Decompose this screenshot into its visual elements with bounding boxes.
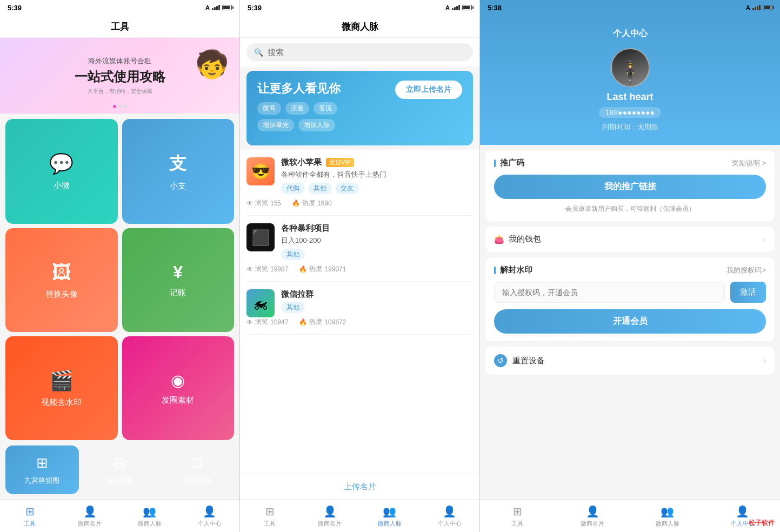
profile-avatar: 🕴	[611, 48, 650, 87]
banner-top-text: 海外流媒体账号合租	[75, 56, 165, 66]
status-bar-1: 5:39 A	[0, 0, 239, 15]
tool-video-watermark[interactable]: 🎬 视频去水印	[5, 336, 118, 440]
tool-bookkeeping[interactable]: ¥ 记账	[122, 228, 235, 332]
tool-xiaozhi[interactable]: 支 小支	[122, 119, 235, 224]
nav-personal-1[interactable]: 👤 个人中心	[179, 500, 239, 532]
auth-section: 解封水印 我的授权码> 激活 开通会员	[485, 257, 775, 341]
tool-xiaowei[interactable]: 💬 小微	[5, 119, 118, 224]
wallet-menu-item[interactable]: 👛 我的钱包 ›	[485, 227, 775, 252]
brand-watermark: 松子软件	[749, 518, 775, 528]
tool-daily-copy[interactable]: ⊟ 每日文案	[83, 445, 157, 494]
panel-personal: 5:38 A 个人中心 🕴 Last heart 188●●●●●●●● 到期时…	[480, 0, 780, 532]
battery-1	[222, 5, 232, 10]
nav-network-3[interactable]: 👥 微商人脉	[630, 500, 705, 532]
nav-bizcard-2[interactable]: 👤 微商名片	[300, 500, 360, 532]
nav-network-1[interactable]: 👥 微商人脉	[120, 500, 180, 532]
moments-material-label: 发圈素材	[162, 395, 194, 405]
video-watermark-icon: 🎬	[49, 369, 74, 392]
nav-tools-label-2: 工具	[264, 520, 276, 528]
heat-count-2: 109872	[324, 318, 346, 326]
nav-tools-1[interactable]: ⊞ 工具	[0, 500, 60, 532]
promo-link-btn[interactable]: 我的推广链接	[494, 175, 766, 199]
profile-name: Last heart	[606, 91, 653, 103]
reset-chevron: ›	[763, 356, 766, 365]
promo-note: 会员邀请新用户购买，可得返利（仅限会员）	[494, 204, 766, 214]
promo-reward-link[interactable]: 奖励说明 >	[732, 158, 766, 168]
nav-tools-label-1: 工具	[24, 520, 36, 528]
a-icon-2: A	[445, 4, 450, 11]
tools-grid: 💬 小微 支 小支 🖼 替换头像 ¥ 记账 🎬 视频去水印 ◉ 发圈素材	[0, 114, 239, 445]
bottom-nav-1: ⊞ 工具 👤 微商名片 👥 微商人脉 👤 个人中心	[0, 500, 239, 532]
upload-name-card-btn[interactable]: 立即上传名片	[395, 81, 462, 99]
search-input[interactable]	[268, 48, 465, 57]
feed-desc-0: 各种软件全都有，抖音快手上热门	[281, 170, 473, 179]
nav-network-label-1: 微商人脉	[138, 520, 162, 528]
status-bar-2: 5:39 A	[240, 0, 479, 15]
panel-micro: 5:39 A 微商人脉 🔍 让更多人看见你 微商	[240, 0, 480, 532]
promo-tag-3: 增加曝光	[257, 119, 294, 131]
nav-personal-2[interactable]: 👤 个人中心	[419, 500, 479, 532]
view-count-0: 155	[270, 200, 281, 207]
replace-avatar-icon: 🖼	[52, 261, 71, 284]
promo-tag-4: 增加人脉	[298, 119, 335, 131]
feed-tags-0: 代购 其他 交友	[281, 183, 473, 194]
auth-code-input[interactable]	[494, 282, 725, 303]
wallet-chevron: ›	[763, 235, 766, 244]
view-icon-2: 👁	[246, 318, 253, 326]
bottom-nav-3: ⊞ 工具 👤 微商名片 👥 微商人脉 👤 个人中心 松子软件	[480, 500, 780, 532]
upload-tab[interactable]: 上传名片	[240, 474, 479, 500]
activate-btn[interactable]: 激活	[730, 282, 766, 303]
nav-tools-2[interactable]: ⊞ 工具	[240, 500, 300, 532]
wallet-label: 我的钱包	[509, 234, 541, 244]
heat-count-0: 1690	[317, 200, 332, 207]
vip-badge-0: 置顶VIP	[326, 158, 354, 167]
feed-stats-1: 👁 浏览 19987 🔥 热度 199071	[246, 264, 473, 274]
nav-bizcard-1[interactable]: 👤 微商名片	[60, 500, 120, 532]
view-count-2: 10947	[270, 318, 288, 326]
promo-banner: 让更多人看见你 微商 流量 客流 增加曝光 增加人脉 立即上传名片	[246, 71, 473, 145]
tool-moments-material[interactable]: ◉ 发圈素材	[122, 336, 235, 440]
xiaozhi-label: 小支	[170, 181, 186, 191]
feed-stats-2: 👁 浏览 10947 🔥 热度 109872	[246, 317, 473, 327]
panel-tools: 5:39 A 工具 海外流媒体账号合租 一站式使用攻略 大平台，有担约，安全保障…	[0, 0, 240, 532]
nav-tools-3[interactable]: ⊞ 工具	[480, 500, 555, 532]
nav-bizcard-icon-1: 👤	[83, 505, 97, 518]
video-watermark-label: 视频去水印	[41, 397, 82, 408]
reset-device-item[interactable]: ↺ 重置设备 ›	[485, 347, 775, 375]
time-3: 5:38	[488, 4, 502, 12]
nine-grid-label: 九宫格切图	[24, 476, 59, 486]
tool-fast-template[interactable]: ⊡ 快速模版	[161, 445, 234, 494]
nav-network-2[interactable]: 👥 微商人脉	[360, 500, 420, 532]
reset-icon: ↺	[494, 354, 507, 367]
promo-section: 推广码 奖励说明 > 我的推广链接 会员邀请新用户购买，可得返利（仅限会员）	[485, 150, 775, 221]
xiaowei-icon: 💬	[49, 152, 74, 175]
page-title-tools: 工具	[0, 15, 239, 38]
feed-item-2: 🏍 微信拉群 其他 👁 浏览 10947 �	[246, 282, 473, 335]
banner-dots	[113, 105, 127, 108]
heat-icon-0: 🔥	[292, 200, 300, 207]
promo-tags-2: 增加曝光 增加人脉	[257, 119, 341, 131]
auth-input-row: 激活	[494, 282, 766, 303]
nav-personal-label-1: 个人中心	[198, 520, 222, 528]
battery-3	[763, 5, 772, 10]
status-bar-3: 5:38 A	[480, 0, 780, 15]
tool-nine-grid[interactable]: ⊞ 九宫格切图	[5, 445, 79, 494]
wallet-section: 👛 我的钱包 ›	[485, 227, 775, 252]
auth-code-link[interactable]: 我的授权码>	[726, 265, 766, 275]
reset-section: ↺ 重置设备 ›	[485, 347, 775, 375]
nav-personal-label-2: 个人中心	[438, 520, 462, 528]
feed-stats-0: 👁 浏览 155 🔥 热度 1690	[246, 198, 473, 208]
tools-bottom-row: ⊞ 九宫格切图 ⊟ 每日文案 ⊡ 快速模版	[0, 445, 239, 500]
view-icon-1: 👁	[246, 265, 253, 273]
nav-bizcard-3[interactable]: 👤 微商名片	[555, 500, 630, 532]
nav-personal-icon-3: 👤	[736, 505, 749, 518]
nav-bizcard-icon-3: 👤	[586, 505, 599, 518]
nav-network-label-3: 微商人脉	[656, 520, 679, 528]
heat-count-1: 199071	[324, 265, 346, 273]
promo-title: 让更多人看见你	[257, 81, 341, 97]
fast-template-icon: ⊡	[191, 455, 203, 471]
profile-phone: 188●●●●●●●●	[599, 107, 661, 118]
heat-icon-1: 🔥	[299, 265, 307, 273]
vip-btn[interactable]: 开通会员	[494, 309, 766, 334]
tool-replace-avatar[interactable]: 🖼 替换头像	[5, 228, 118, 332]
